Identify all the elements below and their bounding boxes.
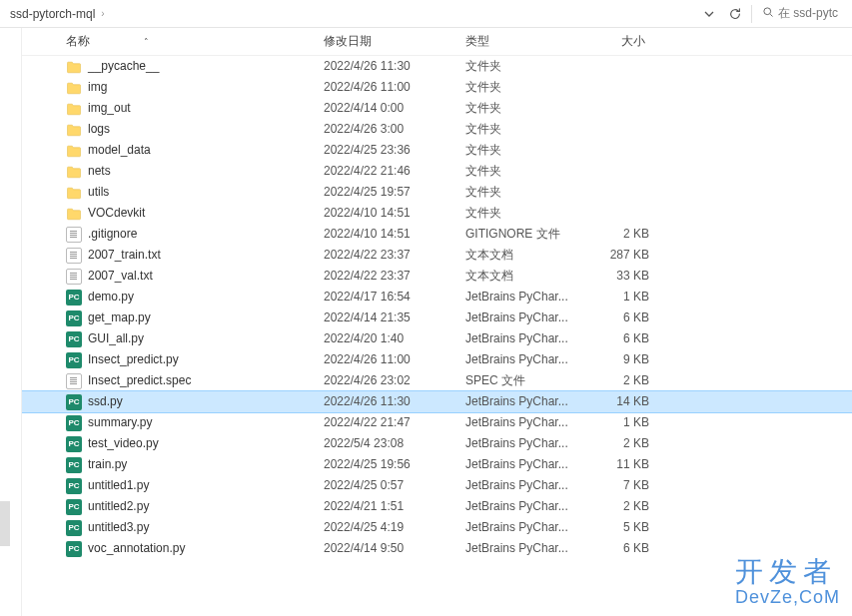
file-cell-size: 5 KB <box>583 517 649 538</box>
pycharm-file-icon: PC <box>66 520 82 536</box>
column-headers: 名称 ˄ 修改日期 类型 大小 <box>22 28 852 56</box>
file-cell-type: GITIGNORE 文件 <box>465 224 583 245</box>
file-cell-name: PCtest_video.py <box>22 433 324 454</box>
search-input[interactable]: 在 ssd-pytc <box>756 5 848 22</box>
file-cell-name: __pycache__ <box>22 56 324 77</box>
file-row[interactable]: PCssd.py2022/4/26 11:30JetBrains PyChar.… <box>22 391 852 412</box>
refresh-button[interactable] <box>723 3 747 25</box>
pycharm-file-icon: PC <box>66 499 82 515</box>
file-cell-type: JetBrains PyChar... <box>465 454 583 475</box>
folder-icon <box>66 101 82 117</box>
file-row[interactable]: PCuntitled2.py2022/4/21 1:51JetBrains Py… <box>22 496 852 517</box>
file-cell-date: 2022/5/4 23:08 <box>324 433 465 454</box>
file-cell-date: 2022/4/22 21:46 <box>324 161 465 182</box>
scroll-indicator[interactable] <box>0 501 10 546</box>
pycharm-file-icon: PC <box>66 541 82 557</box>
file-row[interactable]: 2007_train.txt2022/4/22 23:37文本文档287 KB <box>22 245 852 266</box>
file-row[interactable]: PCdemo.py2022/4/17 16:54JetBrains PyChar… <box>22 287 852 308</box>
file-row[interactable]: nets2022/4/22 21:46文件夹 <box>22 161 852 182</box>
file-row[interactable]: PCsummary.py2022/4/22 21:47JetBrains PyC… <box>22 412 852 433</box>
refresh-icon <box>728 7 742 21</box>
file-name-label: GUI_all.py <box>88 328 144 349</box>
file-name-label: utils <box>88 182 109 203</box>
text-file-icon <box>66 248 82 264</box>
pycharm-file-icon: PC <box>66 310 82 326</box>
file-cell-size: 14 KB <box>583 391 649 412</box>
file-cell-type: SPEC 文件 <box>465 370 583 391</box>
file-row[interactable]: PCuntitled1.py2022/4/25 0:57JetBrains Py… <box>22 475 852 496</box>
file-row[interactable]: utils2022/4/25 19:57文件夹 <box>22 182 852 203</box>
file-cell-type: JetBrains PyChar... <box>465 391 583 412</box>
file-cell-date: 2022/4/25 19:56 <box>324 454 465 475</box>
file-name-label: VOCdevkit <box>88 203 145 224</box>
file-row[interactable]: img2022/4/26 11:00文件夹 <box>22 77 852 98</box>
folder-icon <box>66 80 82 96</box>
file-name-label: voc_annotation.py <box>88 538 185 559</box>
breadcrumb[interactable]: ssd-pytorch-mql › <box>4 7 695 21</box>
file-cell-type: 文件夹 <box>465 77 583 98</box>
file-row[interactable]: img_out2022/4/14 0:00文件夹 <box>22 98 852 119</box>
file-name-label: demo.py <box>88 287 134 308</box>
search-icon <box>762 6 774 21</box>
file-row[interactable]: model_data2022/4/25 23:36文件夹 <box>22 140 852 161</box>
file-cell-date: 2022/4/26 11:30 <box>324 56 465 77</box>
file-row[interactable]: PCtrain.py2022/4/25 19:56JetBrains PyCha… <box>22 454 852 475</box>
chevron-down-icon <box>704 9 714 19</box>
column-header-name[interactable]: 名称 ˄ <box>22 33 324 50</box>
file-row[interactable]: 2007_val.txt2022/4/22 23:37文本文档33 KB <box>22 266 852 287</box>
file-row[interactable]: .gitignore2022/4/10 14:51GITIGNORE 文件2 K… <box>22 224 852 245</box>
column-header-size[interactable]: 大小 <box>583 33 649 50</box>
file-cell-name: logs <box>22 119 324 140</box>
file-cell-name: 2007_train.txt <box>22 245 324 266</box>
file-name-label: Insect_predict.spec <box>88 370 191 391</box>
file-cell-name: Insect_predict.spec <box>22 370 324 391</box>
file-name-label: untitled3.py <box>88 517 149 538</box>
file-cell-name: PCuntitled2.py <box>22 496 324 517</box>
file-cell-size: 287 KB <box>583 245 649 266</box>
file-cell-date: 2022/4/10 14:51 <box>324 203 465 224</box>
file-cell-name: PCget_map.py <box>22 308 324 328</box>
address-toolbar: ssd-pytorch-mql › 在 ssd-pytc <box>0 0 852 28</box>
file-cell-date: 2022/4/14 9:50 <box>324 538 465 559</box>
file-name-label: model_data <box>88 140 151 161</box>
pycharm-file-icon: PC <box>66 415 82 431</box>
file-cell-type: 文件夹 <box>465 203 583 224</box>
file-cell-size: 6 KB <box>583 328 649 349</box>
file-cell-date: 2022/4/22 23:37 <box>324 266 465 287</box>
file-row[interactable]: PCget_map.py2022/4/14 21:35JetBrains PyC… <box>22 308 852 328</box>
column-header-date[interactable]: 修改日期 <box>324 33 465 50</box>
left-gutter <box>0 28 22 616</box>
file-row[interactable]: Insect_predict.spec2022/4/26 23:02SPEC 文… <box>22 370 852 391</box>
file-row[interactable]: __pycache__2022/4/26 11:30文件夹 <box>22 56 852 77</box>
dropdown-history-button[interactable] <box>697 3 721 25</box>
file-cell-type: 文件夹 <box>465 98 583 119</box>
file-cell-type: JetBrains PyChar... <box>465 328 583 349</box>
pycharm-file-icon: PC <box>66 331 82 347</box>
file-cell-type: JetBrains PyChar... <box>465 538 583 559</box>
file-cell-size: 6 KB <box>583 538 649 559</box>
sort-arrow-icon: ˄ <box>144 37 149 47</box>
file-name-label: ssd.py <box>88 391 123 412</box>
file-cell-type: JetBrains PyChar... <box>465 349 583 370</box>
column-header-type[interactable]: 类型 <box>465 33 583 50</box>
file-cell-date: 2022/4/10 14:51 <box>324 224 465 245</box>
file-cell-name: img <box>22 77 324 98</box>
file-cell-type: JetBrains PyChar... <box>465 496 583 517</box>
file-name-label: summary.py <box>88 412 152 433</box>
file-row[interactable]: PCGUI_all.py2022/4/20 1:40JetBrains PyCh… <box>22 328 852 349</box>
file-cell-name: utils <box>22 182 324 203</box>
file-name-label: untitled1.py <box>88 475 149 496</box>
file-cell-date: 2022/4/22 21:47 <box>324 412 465 433</box>
file-cell-type: 文件夹 <box>465 119 583 140</box>
file-name-label: .gitignore <box>88 224 137 245</box>
file-row[interactable]: PCtest_video.py2022/5/4 23:08JetBrains P… <box>22 433 852 454</box>
folder-icon <box>66 143 82 159</box>
file-row[interactable]: logs2022/4/26 3:00文件夹 <box>22 119 852 140</box>
pycharm-file-icon: PC <box>66 478 82 494</box>
file-cell-name: PCsummary.py <box>22 412 324 433</box>
file-row[interactable]: PCuntitled3.py2022/4/25 4:19JetBrains Py… <box>22 517 852 538</box>
file-row[interactable]: VOCdevkit2022/4/10 14:51文件夹 <box>22 203 852 224</box>
breadcrumb-item[interactable]: ssd-pytorch-mql <box>10 7 95 21</box>
file-row[interactable]: PCInsect_predict.py2022/4/26 11:00JetBra… <box>22 349 852 370</box>
file-row[interactable]: PCvoc_annotation.py2022/4/14 9:50JetBrai… <box>22 538 852 559</box>
